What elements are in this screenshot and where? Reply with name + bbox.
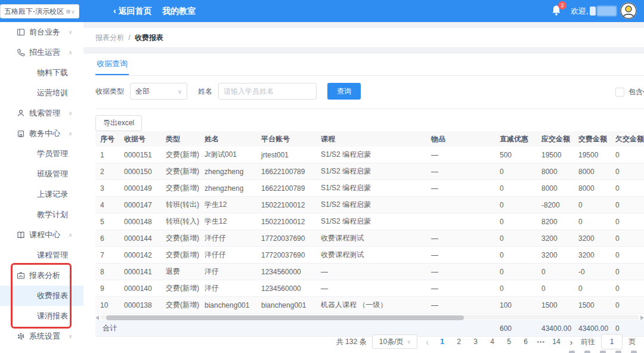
- receipt-link[interactable]: 0000142: [119, 247, 161, 264]
- notification-badge: 2: [558, 1, 566, 10]
- receipt-link[interactable]: 0000141: [119, 264, 161, 280]
- scrollbar-thumb[interactable]: [106, 315, 464, 320]
- cell-paid: 1500: [574, 297, 611, 314]
- sidebar-item-system-settings[interactable]: 系统设置 ∨: [0, 326, 83, 346]
- sidebar-item-lesson-records[interactable]: 上课记录: [0, 184, 83, 205]
- export-excel-button[interactable]: 导出excel: [95, 115, 142, 131]
- sidebar-item-lesson-report[interactable]: 课消报表: [0, 306, 83, 326]
- divider: [95, 109, 644, 109]
- breadcrumb-section[interactable]: 报表分析: [95, 33, 124, 42]
- cell-paid: 3200: [574, 230, 611, 247]
- cell-account: biancheng001: [256, 297, 316, 314]
- filter-row: 收据类型 全部 ∨ 姓名 查询 包含作废收据: [95, 76, 644, 107]
- cell-account: 15022100012: [256, 213, 316, 230]
- campus-status-dot-icon: [66, 10, 70, 14]
- table-header-row: 序号 收据号 类型 姓名 平台账号 课程 物品 直减优惠 应交金额 交费金额 欠…: [95, 131, 644, 147]
- header-goods: 物品: [426, 131, 495, 147]
- include-voided-checkbox[interactable]: 包含作废收据: [615, 87, 644, 97]
- cell-name: zhengzheng: [200, 180, 256, 197]
- sidebar-item-academic-center[interactable]: 教务中心 ∧: [0, 123, 83, 144]
- page-ellipsis[interactable]: •••: [537, 339, 545, 345]
- page-number-3[interactable]: 3: [470, 337, 481, 346]
- sidebar-item-front-desk[interactable]: 前台业务 ∨: [0, 22, 83, 42]
- cell-account: 17720037690: [256, 247, 316, 264]
- page-number-4[interactable]: 4: [487, 337, 497, 346]
- chevron-down-icon: ∨: [407, 339, 411, 345]
- breadcrumb: 报表分析 / 收费报表: [83, 28, 644, 47]
- receipt-link[interactable]: 0000147: [119, 197, 161, 213]
- receipt-link[interactable]: 0000140: [119, 280, 161, 297]
- my-classroom-link[interactable]: 我的教室: [162, 0, 196, 22]
- chevron-up-icon: ∧: [67, 232, 74, 238]
- checkbox-icon: [615, 88, 624, 97]
- back-arrow-icon: ‹: [113, 6, 116, 16]
- receipt-link[interactable]: 0000149: [119, 180, 161, 197]
- cell-type: 交费(新增): [161, 297, 200, 314]
- cell-paid: 0: [574, 197, 611, 213]
- table-row: 3 0000149 交费(新增) zhengzheng 16622100789 …: [95, 180, 644, 197]
- page-number-5[interactable]: 5: [503, 337, 514, 346]
- avatar-face-icon: [620, 2, 637, 19]
- sidebar-item-report-analysis[interactable]: 报表分析 ∧: [0, 265, 83, 286]
- cell-name: 洋仔仔: [200, 230, 256, 247]
- cell-discount: 0: [495, 264, 537, 280]
- cell-type: 转班(转出): [161, 197, 200, 213]
- header-course: 课程: [316, 131, 426, 147]
- cell-name: 洋仔仔: [200, 247, 256, 264]
- scroll-right-arrow-icon[interactable]: [640, 315, 644, 320]
- campus-selector[interactable]: 五格殿下-演示校区 ∨: [0, 4, 79, 18]
- sidebar-item-course-center[interactable]: 课程中心 ∧: [0, 225, 83, 245]
- page-number-2[interactable]: 2: [453, 337, 464, 346]
- cell-account: 16622100789: [256, 163, 316, 180]
- receipt-link[interactable]: 0000150: [119, 163, 161, 180]
- sidebar-item-material-download[interactable]: 物料下载: [0, 63, 83, 83]
- table-row: 5 0000148 转班(转入) 学生12 15022100012 S1/S2 …: [95, 213, 644, 230]
- header-type: 类型: [161, 131, 200, 147]
- chevron-up-icon: ∧: [67, 131, 74, 137]
- goto-page-input[interactable]: [601, 334, 623, 349]
- sidebar-item-leads[interactable]: 线索管理 ∨: [0, 103, 83, 123]
- sidebar-item-teaching-plan[interactable]: 教学计划: [0, 205, 83, 225]
- sidebar-item-course-mgmt[interactable]: 课程管理: [0, 245, 83, 265]
- sidebar-item-student-mgmt[interactable]: 学员管理: [0, 144, 83, 164]
- prev-page-button[interactable]: ‹: [423, 337, 431, 347]
- header-amount-owed: 欠交金额: [611, 131, 644, 147]
- sidebar-item-fee-report[interactable]: 收费报表: [0, 286, 83, 306]
- receipt-link[interactable]: 0000151: [119, 147, 161, 163]
- receipt-link[interactable]: 0000148: [119, 213, 161, 230]
- cell-account: 17720037690: [256, 230, 316, 247]
- scrollbar-track[interactable]: [100, 315, 639, 320]
- chevron-down-icon: ∨: [67, 110, 74, 116]
- cell-goods: —: [426, 230, 495, 247]
- cell-course: 收费课程测试: [316, 230, 426, 247]
- cell-type: 转班(转入): [161, 213, 200, 230]
- next-page-button[interactable]: ›: [568, 337, 575, 347]
- tab-receipt-query[interactable]: 收据查询: [95, 54, 129, 75]
- receipt-link[interactable]: 0000138: [119, 297, 161, 314]
- scroll-left-arrow-icon[interactable]: [95, 315, 99, 320]
- receipt-link[interactable]: 0000144: [119, 230, 161, 247]
- header-amount-paid: 交费金额: [574, 131, 611, 147]
- cell-course: 机器人课程 （一级）: [316, 297, 426, 314]
- book-icon: [17, 231, 25, 239]
- sidebar-item-recruit-ops[interactable]: 招生运营 ∧: [0, 42, 83, 63]
- page-number-1[interactable]: 1: [436, 337, 447, 346]
- redacted-username-blur: [597, 6, 617, 16]
- avatar[interactable]: [620, 2, 637, 19]
- cell-type: 交费(新增): [161, 230, 200, 247]
- page-size-select[interactable]: 10条/页 ∨: [372, 335, 417, 349]
- sidebar-item-ops-training[interactable]: 运营培训: [0, 83, 83, 103]
- search-button[interactable]: 查询: [327, 83, 361, 100]
- top-bar: 五格殿下-演示校区 ∨ ‹ 返回首页 我的教室 2 欢迎,: [0, 0, 644, 22]
- sidebar-item-class-mgmt[interactable]: 班级管理: [0, 164, 83, 184]
- receipt-type-select[interactable]: 全部 ∨: [130, 83, 187, 100]
- back-home-link[interactable]: ‹ 返回首页: [113, 0, 152, 22]
- chevron-up-icon: ∧: [67, 273, 74, 278]
- page-number-14[interactable]: 14: [551, 337, 562, 346]
- cell-name: 学生12: [200, 213, 256, 230]
- student-name-input[interactable]: [218, 83, 317, 100]
- page-number-6[interactable]: 6: [520, 337, 531, 346]
- cell-due: -8200: [537, 197, 574, 213]
- cell-goods: —: [426, 264, 495, 280]
- fee-report-card: 收据查询 收据类型 全部 ∨ 姓名 查询 包含作废收据 导出excel: [83, 54, 644, 353]
